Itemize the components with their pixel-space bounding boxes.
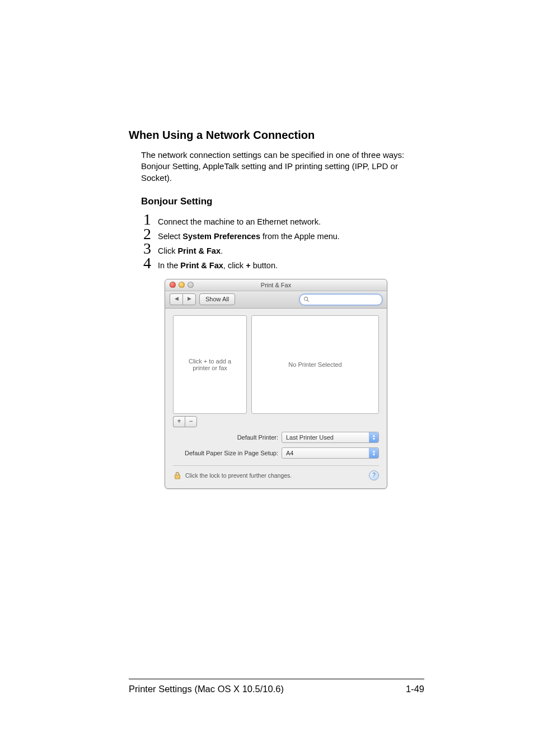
printer-detail-empty-text: No Printer Selected (288, 361, 341, 368)
footer-left-text: Printer Settings (Mac OS X 10.5/10.6) (129, 684, 284, 694)
section-body-text: The network connection settings can be s… (141, 150, 424, 184)
step-4: 4 In the Print & Fax, click + button. (141, 254, 424, 272)
footer-page-number: 1-49 (406, 684, 424, 694)
window-title: Print & Fax (261, 282, 291, 288)
show-all-button[interactable]: Show All (199, 293, 235, 305)
text-fragment: In the (158, 261, 180, 270)
text-fragment: . (221, 246, 223, 255)
window-titlebar: Print & Fax (165, 279, 387, 291)
add-remove-buttons: + − (173, 416, 379, 427)
chevron-updown-icon: ▲▼ (369, 432, 378, 442)
text-fragment: , click (223, 261, 246, 270)
select-value: Last Printer Used (286, 434, 334, 441)
step-text: Connect the machine to an Ethernet netwo… (158, 216, 321, 226)
close-icon[interactable] (170, 282, 176, 288)
lock-row: Click the lock to prevent further change… (173, 470, 379, 480)
section-heading: When Using a Network Connection (129, 129, 424, 142)
search-icon (303, 296, 310, 302)
chevron-updown-icon: ▲▼ (369, 448, 378, 458)
subsection-heading: Bonjour Setting (141, 196, 424, 207)
page-footer: Printer Settings (Mac OS X 10.5/10.6) 1-… (129, 679, 424, 694)
lock-icon[interactable] (173, 471, 182, 480)
text-bold: + (246, 261, 250, 270)
text-fragment: from the Apple menu. (260, 232, 340, 241)
forward-button[interactable]: ▶ (182, 293, 196, 305)
svg-point-0 (304, 297, 307, 301)
zoom-icon[interactable] (188, 282, 194, 288)
text-bold: Print & Fax (180, 261, 223, 270)
help-button[interactable]: ? (369, 470, 379, 480)
window-toolbar: ◀ ▶ Show All (165, 291, 387, 309)
printer-list-panel[interactable]: Click + to add a printer or fax (173, 315, 247, 414)
text-fragment: button. (251, 261, 278, 270)
default-paper-size-label: Default Paper Size in Page Setup: (173, 450, 278, 456)
text-fragment: Connect the machine to an Ethernet netwo… (158, 217, 321, 226)
window-traffic-lights (170, 282, 194, 288)
default-paper-size-row: Default Paper Size in Page Setup: A4 ▲▼ (173, 447, 379, 459)
search-input[interactable] (299, 294, 382, 305)
nav-buttons: ◀ ▶ (170, 293, 196, 305)
minimize-icon[interactable] (179, 282, 185, 288)
screenshot-window: Print & Fax ◀ ▶ Show All Click + to add … (165, 279, 387, 489)
lock-text: Click the lock to prevent further change… (185, 472, 292, 479)
footer-rule (129, 679, 424, 679)
step-text: Select System Preferences from the Apple… (158, 231, 340, 241)
step-number: 4 (141, 254, 151, 272)
back-button[interactable]: ◀ (170, 293, 182, 305)
default-printer-row: Default Printer: Last Printer Used ▲▼ (173, 432, 379, 443)
text-bold: System Preferences (182, 232, 260, 241)
window-body: Click + to add a printer or fax No Print… (165, 309, 387, 488)
text-fragment: Click (158, 246, 177, 255)
printer-detail-panel: No Printer Selected (251, 315, 379, 414)
printer-list-empty-text: Click + to add a printer or fax (189, 358, 231, 371)
default-printer-select[interactable]: Last Printer Used ▲▼ (282, 432, 379, 443)
svg-rect-2 (175, 475, 180, 479)
add-printer-button[interactable]: + (173, 416, 185, 427)
text-fragment: Select (158, 232, 182, 241)
step-text: Click Print & Fax. (158, 245, 223, 255)
step-text: In the Print & Fax, click + button. (158, 260, 278, 270)
panels-row: Click + to add a printer or fax No Print… (173, 315, 379, 414)
svg-line-1 (307, 300, 309, 302)
select-value: A4 (286, 450, 293, 456)
remove-printer-button[interactable]: − (185, 416, 197, 427)
divider (173, 465, 379, 466)
default-printer-label: Default Printer: (173, 434, 278, 441)
text-bold: Print & Fax (177, 246, 221, 255)
default-paper-size-select[interactable]: A4 ▲▼ (282, 447, 379, 459)
